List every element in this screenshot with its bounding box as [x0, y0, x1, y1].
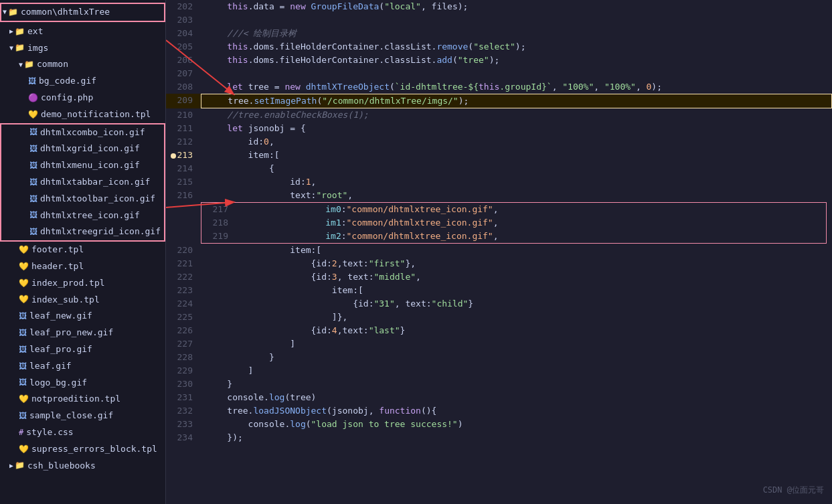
expand-arrow: ▼ — [9, 43, 13, 54]
code-line-203: 203 — [166, 13, 832, 27]
sidebar-item-header[interactable]: 💛 header.tpl — [0, 258, 165, 275]
sidebar-item-common[interactable]: ▼ 📁 common — [0, 56, 165, 73]
sidebar-item-label: dhtmlxtree_icon.gif — [40, 209, 140, 223]
line-number: 222 — [166, 270, 201, 284]
gif-icon: 🖼 — [19, 410, 27, 422]
code-line-232: 232 tree.loadJSONObject(jsonobj, functio… — [166, 404, 832, 418]
code-line-222: 222 {id:3, text:"middle", — [166, 270, 832, 284]
sidebar-item-label: notproedition.tpl — [31, 392, 120, 406]
code-line-231: 231 console.log(tree) — [166, 391, 832, 404]
line-number: 233 — [166, 418, 201, 431]
sidebar-item-ext[interactable]: ▶ 📁 ext — [0, 23, 165, 40]
sidebar-item-dhtmlxtoolbar[interactable]: 🖼 dhtmlxtoolbar_icon.gif — [1, 191, 164, 207]
gif-icon: 🖼 — [29, 226, 37, 238]
line-content: this.doms.fileHolderContainer.classList.… — [201, 54, 832, 67]
folder-icon: 📁 — [15, 459, 25, 472]
sidebar-item-imgs[interactable]: ▼ 📁 imgs — [0, 40, 165, 57]
expand-arrow: ▶ — [9, 26, 13, 37]
sidebar-item-bg-code[interactable]: 🖼 bg_code.gif — [0, 73, 165, 90]
gif-icon: 🖼 — [29, 193, 37, 205]
gif-icon: 🖼 — [19, 310, 27, 323]
sidebar-item-dhtmlxgrid[interactable]: 🖼 dhtmlxgrid_icon.gif — [1, 141, 164, 157]
line-number: 210 — [166, 108, 201, 122]
line-number: 226 — [166, 324, 201, 337]
line-content: tree.loadJSONObject(jsonobj, function(){ — [201, 404, 832, 418]
sidebar-item-label: dhtmlxtreegrid_icon.gif — [40, 225, 161, 239]
line-content: console.log(tree) — [201, 391, 832, 404]
code-line-210: 210 //tree.enableCheckBoxes(1); — [166, 108, 832, 122]
sidebar-item-label: style.css — [26, 426, 73, 440]
code-line-228: 228 } — [166, 351, 832, 364]
code-line-212: 212 id:0, — [166, 135, 832, 149]
sidebar-item-notproedition[interactable]: 💛 notproedition.tpl — [0, 391, 165, 408]
sidebar-item-label: leaf.gif — [29, 359, 72, 373]
expand-arrow: ▼ — [19, 60, 23, 70]
sidebar-item-leaf-new[interactable]: 🖼 leaf_new.gif — [0, 308, 165, 325]
line-number: 218 — [201, 216, 236, 230]
tree-root: ▼ 📁 common\dhtmlxTree ▶ 📁 ext ▼ 📁 imgs ▼… — [0, 0, 165, 477]
line-content: id:1, — [201, 175, 832, 189]
code-line-221: 221 {id:2,text:"first"}, — [166, 257, 832, 270]
sidebar-item-sample-close[interactable]: 🖼 sample_close.gif — [0, 408, 165, 424]
gif-icon: 🖼 — [29, 159, 37, 172]
watermark: CSDN @位面元哥 — [763, 485, 824, 496]
gif-icon: 🖼 — [19, 343, 27, 356]
line-number: 202 — [166, 0, 201, 13]
tpl-icon: 💛 — [19, 277, 29, 290]
tpl-icon: 💛 — [19, 293, 29, 306]
sidebar-item-common-dhtmlxtree[interactable]: ▼ 📁 common\dhtmlxTree — [1, 4, 164, 21]
sidebar-item-demo-notification[interactable]: 💛 demo_notification.tpl — [0, 106, 165, 123]
file-tree-sidebar: ▼ 📁 common\dhtmlxTree ▶ 📁 ext ▼ 📁 imgs ▼… — [0, 0, 166, 504]
sidebar-item-style-css[interactable]: # style.css — [0, 424, 165, 441]
code-line-206: 206 this.doms.fileHolderContainer.classL… — [166, 54, 832, 67]
sidebar-item-dhtmlxtree[interactable]: 🖼 dhtmlxtree_icon.gif — [1, 207, 164, 224]
code-line-214: 214 { — [166, 162, 832, 175]
line-content: {id:3, text:"middle", — [201, 270, 832, 284]
sidebar-item-leaf[interactable]: 🖼 leaf.gif — [0, 358, 165, 375]
line-number: 232 — [166, 404, 201, 418]
sidebar-item-leaf-pro[interactable]: 🖼 leaf_pro.gif — [0, 341, 165, 358]
code-editor[interactable]: 202 this.data = new GroupFileData("local… — [166, 0, 832, 504]
folder-icon: 📁 — [15, 25, 25, 38]
sidebar-item-index-sub[interactable]: 💛 index_sub.tpl — [0, 292, 165, 309]
line-number: 204 — [166, 27, 201, 40]
sidebar-item-label: header.tpl — [31, 260, 84, 274]
code-line-225: 225 ]}, — [166, 311, 832, 324]
line-number: 234 — [166, 431, 201, 444]
code-line-213: 213 item:[ — [166, 149, 832, 162]
line-number: 214 — [166, 162, 201, 175]
line-content: tree.setImagePath("/common/dhtmlxTree/im… — [201, 94, 832, 108]
sidebar-item-dhtmlxtreegrid[interactable]: 🖼 dhtmlxtreegrid_icon.gif — [1, 224, 164, 240]
line-number: 225 — [166, 311, 201, 324]
code-line-208: 208 let tree = new dhtmlXTreeObject(`id-… — [166, 80, 832, 94]
code-line-215: 215 id:1, — [166, 175, 832, 189]
code-line-204: 204 ///< 绘制目录树 — [166, 27, 832, 40]
sidebar-item-dhtmlxmenu[interactable]: 🖼 dhtmlxmenu_icon.gif — [1, 157, 164, 174]
sidebar-item-dhtmlxcombo[interactable]: 🖼 dhtmlxcombo_icon.gif — [1, 124, 164, 141]
sidebar-item-footer[interactable]: 💛 footer.tpl — [0, 242, 165, 258]
sidebar-item-config[interactable]: 🟣 config.php — [0, 90, 165, 106]
sidebar-item-label: leaf_new.gif — [29, 309, 92, 323]
expand-arrow: ▶ — [9, 460, 13, 471]
line-number: 203 — [166, 13, 201, 27]
line-content: } — [201, 377, 832, 391]
sidebar-item-dhtmlxtabbar[interactable]: 🖼 dhtmlxtabbar_icon.gif — [1, 174, 164, 191]
line-content: item:[ — [201, 284, 832, 297]
line-content: }); — [201, 431, 832, 444]
line-number: 213 — [166, 149, 201, 162]
code-line-233: 233 console.log("load json to tree succe… — [166, 418, 832, 431]
sidebar-item-supress[interactable]: 💛 supress_errors_block.tpl — [0, 441, 165, 458]
sidebar-item-index-prod[interactable]: 💛 index_prod.tpl — [0, 275, 165, 292]
code-line-205: 205 this.doms.fileHolderContainer.classL… — [166, 40, 832, 54]
line-number: 227 — [166, 337, 201, 351]
code-line-218: 218 im1:"common/dhtmlxtree_icon.gif", — [201, 216, 826, 230]
sidebar-item-leaf-pro-new[interactable]: 🖼 leaf_pro_new.gif — [0, 325, 165, 341]
line-content: let jsonobj = { — [201, 122, 832, 135]
tpl-icon: 💛 — [19, 244, 29, 256]
sidebar-item-csh-bluebooks[interactable]: ▶ 📁 csh_bluebooks — [0, 458, 165, 475]
line-content: this.data = new GroupFileData("local", f… — [201, 0, 832, 13]
sidebar-item-logo-bg[interactable]: 🖼 logo_bg.gif — [0, 375, 165, 392]
code-line-209: 209 tree.setImagePath("/common/dhtmlxTre… — [166, 94, 832, 108]
sidebar-item-label: ext — [27, 25, 43, 39]
line-content: let tree = new dhtmlXTreeObject(`id-dhtm… — [201, 80, 832, 94]
